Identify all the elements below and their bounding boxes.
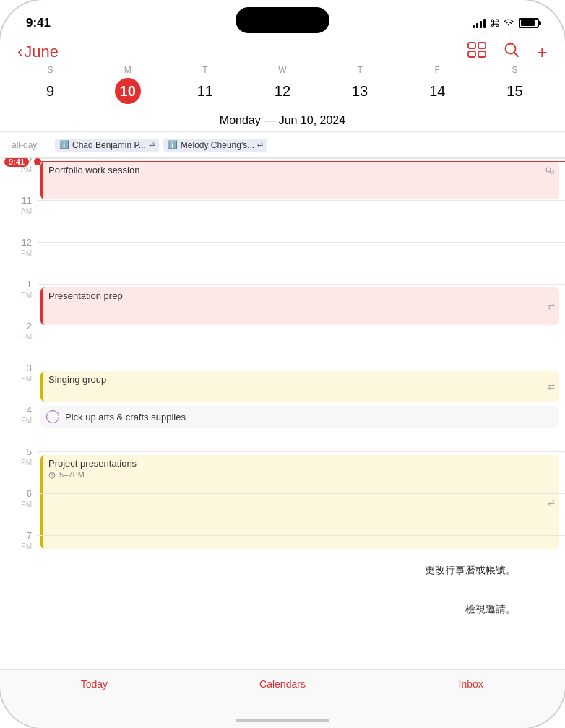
svg-rect-1 xyxy=(478,43,486,48)
back-button[interactable]: ‹ June xyxy=(17,43,59,61)
day-w: W xyxy=(243,65,321,75)
tab-calendars-label: Calendars xyxy=(259,678,306,690)
all-day-event-chad[interactable]: ℹ️ Chad Benjamin P... ⇄ xyxy=(55,139,159,152)
sync-icon-presentation: ⇄ xyxy=(548,301,555,311)
dynamic-island xyxy=(236,7,329,33)
current-time-indicator: 9:41 xyxy=(38,158,565,165)
current-time-line xyxy=(41,161,565,162)
all-day-event-melody-title: Melody Cheung's... xyxy=(181,140,254,150)
portfolio-event[interactable]: Portfolio work session xyxy=(40,162,559,199)
week-dates: 9 10 11 12 13 14 15 xyxy=(12,78,553,104)
day-f: F xyxy=(399,65,476,75)
tab-today-label: Today xyxy=(81,678,108,690)
presentation-event[interactable]: Presentation prep ⇄ xyxy=(40,287,559,325)
back-label: June xyxy=(24,43,59,61)
all-day-label: all-day xyxy=(12,140,48,150)
back-arrow-icon: ‹ xyxy=(17,43,22,61)
sync-icon-singing: ⇄ xyxy=(548,381,555,391)
time-label-12: 12 PM xyxy=(0,237,38,258)
annotation-text-1: 更改行事曆或帳號。 xyxy=(425,564,516,577)
time-line-4 xyxy=(38,410,565,451)
all-day-event-chad-title: Chad Benjamin P... xyxy=(72,140,146,150)
annotation-text-2: 檢視邀請。 xyxy=(465,603,516,616)
status-time: 9:41 xyxy=(26,16,51,30)
date-13[interactable]: 13 xyxy=(322,78,399,104)
status-icons: ⌘ xyxy=(473,17,539,29)
current-time-badge: 9:41 xyxy=(4,158,29,167)
time-label-5: 5 PM xyxy=(0,446,38,467)
svg-rect-3 xyxy=(478,51,486,57)
week-days-header: S M T W T F S xyxy=(12,65,553,75)
shared-icon-portfolio xyxy=(545,166,555,178)
signal-bars-icon xyxy=(473,18,486,28)
svg-rect-2 xyxy=(468,51,475,57)
annotation-line-1 xyxy=(522,571,565,571)
info-icon-melody: ℹ️ xyxy=(168,140,178,150)
tab-today[interactable]: Today xyxy=(65,678,123,690)
time-row-1: 1 PM Presentation prep ⇄ xyxy=(0,284,565,326)
time-row-11: 11 AM xyxy=(0,200,565,242)
annotations-area: 更改行事曆或帳號。 檢視邀請。 xyxy=(406,564,565,616)
all-day-event-melody[interactable]: ℹ️ Melody Cheung's... ⇄ xyxy=(163,139,267,152)
presentation-event-title: Presentation prep xyxy=(48,290,123,301)
day-s2: S xyxy=(476,65,553,75)
time-row-4: 4 PM xyxy=(0,410,565,451)
time-label-11: 11 AM xyxy=(0,195,38,216)
day-m: M xyxy=(89,65,166,75)
project-event-time: 5–7PM xyxy=(48,470,85,479)
day-t2: T xyxy=(322,65,399,75)
info-icon-chad: ℹ️ xyxy=(59,140,69,150)
time-line-3: Singing group ⇄ Pick up arts & crafts su… xyxy=(38,368,565,410)
date-10-today[interactable]: 10 xyxy=(115,78,141,104)
calendar-grid-icon[interactable] xyxy=(467,42,486,62)
tab-inbox-label: Inbox xyxy=(459,678,483,690)
project-event-title: Project presentations xyxy=(48,458,137,469)
search-icon[interactable] xyxy=(504,42,519,62)
phone-frame: 9:41 ⌘ ‹ June xyxy=(0,0,565,728)
sync-icon-melody: ⇄ xyxy=(257,141,263,149)
time-line-12 xyxy=(38,242,565,284)
date-11[interactable]: 11 xyxy=(166,78,243,104)
wifi-icon: ⌘ xyxy=(490,17,514,29)
time-label-3: 3 PM xyxy=(0,363,38,384)
portfolio-event-title: Portfolio work session xyxy=(48,165,139,176)
header-nav: ‹ June + xyxy=(0,36,565,65)
time-line-11 xyxy=(38,200,565,242)
all-day-events: ℹ️ Chad Benjamin P... ⇄ ℹ️ Melody Cheung… xyxy=(55,139,553,152)
day-t1: T xyxy=(166,65,243,75)
battery-icon xyxy=(519,18,539,28)
svg-rect-0 xyxy=(468,43,475,48)
date-14[interactable]: 14 xyxy=(399,78,476,104)
time-row-3: 3 PM Singing group ⇄ Pick up arts & craf… xyxy=(0,368,565,410)
svg-line-5 xyxy=(514,53,518,57)
time-label-7: 7 PM xyxy=(0,530,38,551)
all-day-row: all-day ℹ️ Chad Benjamin P... ⇄ ℹ️ Melod… xyxy=(0,132,565,158)
date-9[interactable]: 9 xyxy=(12,78,89,104)
annotation-line-2 xyxy=(522,610,565,610)
time-label-6: 6 PM xyxy=(0,488,38,509)
svg-line-10 xyxy=(52,475,53,477)
date-12[interactable]: 12 xyxy=(243,78,321,104)
sync-icon-chad: ⇄ xyxy=(149,141,155,149)
time-label-1: 1 PM xyxy=(0,279,38,300)
tab-calendars[interactable]: Calendars xyxy=(254,678,311,690)
time-row-6: 6 PM xyxy=(0,493,565,535)
day-s1: S xyxy=(12,65,89,75)
time-line-6 xyxy=(38,493,565,535)
week-calendar: S M T W T F S 9 10 11 12 13 14 15 xyxy=(0,65,565,104)
time-line-5: Project presentations 5–7PM ⇄ xyxy=(38,451,565,493)
nav-action-icons: + xyxy=(467,42,548,62)
time-line-2 xyxy=(38,326,565,368)
time-label-2: 2 PM xyxy=(0,321,38,342)
current-time-dot xyxy=(34,158,41,165)
add-icon[interactable]: + xyxy=(537,43,548,61)
time-label-4: 4 PM xyxy=(0,404,38,425)
time-row-5: 5 PM Project presentations 5–7PM ⇄ xyxy=(0,451,565,493)
day-label: Monday — Jun 10, 2024 xyxy=(0,110,565,132)
time-row-2: 2 PM xyxy=(0,326,565,368)
date-15[interactable]: 15 xyxy=(476,78,553,104)
time-row-12: 12 PM xyxy=(0,242,565,284)
tab-inbox[interactable]: Inbox xyxy=(442,678,500,690)
time-line-1: Presentation prep ⇄ xyxy=(38,284,565,326)
singing-event[interactable]: Singing group ⇄ xyxy=(40,371,559,402)
